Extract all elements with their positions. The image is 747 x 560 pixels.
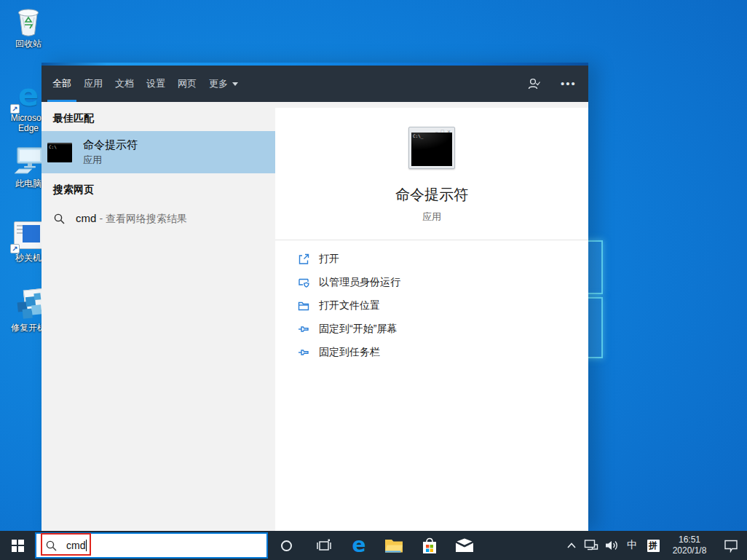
taskbar: cmd e [0,531,747,560]
file-explorer-button[interactable] [376,531,411,560]
task-view-icon [315,537,333,554]
desktop-icon-label: 此电脑 [15,179,42,189]
pin-icon [297,323,310,336]
preview-app-type: 应用 [422,210,441,224]
clock-time: 16:51 [679,535,700,545]
task-view-button[interactable] [307,531,341,560]
store-icon [421,536,438,555]
action-pin-to-start[interactable]: 固定到“开始”屏幕 [297,318,588,341]
volume-button[interactable] [601,531,622,560]
action-open[interactable]: 打开 [297,248,588,271]
search-results-body: 最佳匹配 命令提示符 应用 搜索网页 cmd - 查看网络搜索结果 [42,102,588,531]
more-options-icon[interactable]: ••• [561,76,577,92]
clock-date: 2020/1/8 [673,545,707,556]
ime-mode-indicator[interactable]: 拼 [642,531,664,560]
start-button[interactable] [0,531,35,560]
action-pin-to-taskbar[interactable]: 固定到任务栏 [297,341,588,364]
tray-expand-button[interactable] [562,531,581,560]
mail-icon [455,537,474,553]
recycle-bin-icon [12,4,45,38]
edge-icon: e ↗ [12,79,45,112]
desktop-icon-label: 秒关机 [15,253,42,264]
desktop-icon-recycle-bin[interactable]: 回收站 [0,4,57,50]
shortcut-arrow-icon: ↗ [10,244,20,253]
ime-language-indicator[interactable]: 中 [622,531,642,560]
quick-shutdown-icon: ↗ [12,218,45,252]
action-run-as-administrator[interactable]: 以管理员身份运行 [297,271,588,294]
edge-taskbar-button[interactable]: e [341,531,376,560]
folder-icon [297,299,310,312]
best-match-header: 最佳匹配 [42,102,275,131]
windows-logo-icon [12,540,24,552]
chevron-up-icon [566,542,577,549]
results-list-pane: 最佳匹配 命令提示符 应用 搜索网页 cmd - 查看网络搜索结果 [42,102,275,531]
result-subtitle: 应用 [83,154,138,167]
desktop-icon-label: 修复开机 [11,323,46,334]
command-prompt-icon-large: – ☐ ✕ [408,127,455,169]
best-match-result-command-prompt[interactable]: 命令提示符 应用 [42,131,275,173]
network-icon [584,539,598,552]
preview-app-title: 命令提示符 [395,185,468,205]
command-prompt-icon [47,143,72,162]
open-icon [297,253,310,266]
pin-icon [297,346,310,359]
edge-icon: e [352,535,366,556]
tab-documents[interactable]: 文档 [112,66,137,102]
microsoft-store-button[interactable] [412,531,447,560]
search-icon [53,213,66,225]
cortana-button[interactable] [269,531,304,560]
tab-web[interactable]: 网页 [175,66,199,102]
action-center-icon [724,539,738,553]
action-open-file-location[interactable]: 打开文件位置 [297,294,588,318]
user-signin-icon[interactable] [526,76,542,92]
web-search-result-cmd[interactable]: cmd - 查看网络搜索结果 [42,204,275,233]
search-query-text: cmd [66,540,85,551]
shield-icon [297,276,310,289]
cortana-icon [281,540,292,551]
tab-more[interactable]: 更多 [206,66,241,102]
system-tray: 中 拼 16:51 2020/1/8 [562,531,747,560]
web-search-hint: - 查看网络搜索结果 [100,213,188,224]
tab-settings[interactable]: 设置 [143,66,168,102]
folder-icon [384,537,403,553]
search-flyout-panel: 全部 应用 文档 设置 网页 更多 [42,63,588,531]
chevron-down-icon [232,82,238,86]
network-status-button[interactable] [581,531,601,560]
speaker-icon [604,539,619,552]
result-title: 命令提示符 [83,138,138,152]
tab-apps[interactable]: 应用 [81,66,106,102]
search-filter-header: 全部 应用 文档 设置 网页 更多 [42,66,588,102]
search-filter-tabs: 全部 应用 文档 设置 网页 更多 [50,66,248,102]
preview-pane: – ☐ ✕ 命令提示符 应用 打开 [275,102,588,531]
desktop-icon-label: 回收站 [15,39,42,50]
web-search-text: cmd - 查看网络搜索结果 [76,212,187,226]
this-pc-icon [12,144,45,178]
search-web-header: 搜索网页 [42,173,275,202]
preview-actions: 打开 以管理员身份运行 打开文件位置 [275,248,588,364]
clock[interactable]: 16:51 2020/1/8 [664,531,715,560]
mail-button[interactable] [447,531,482,560]
search-icon [45,540,58,552]
action-center-button[interactable] [715,531,747,560]
text-cursor [86,540,87,551]
boot-repair-icon [12,288,45,322]
shortcut-arrow-icon: ↗ [10,104,20,114]
taskbar-search-input[interactable]: cmd [35,532,268,559]
preview-divider [275,240,588,240]
tab-all[interactable]: 全部 [50,66,74,102]
